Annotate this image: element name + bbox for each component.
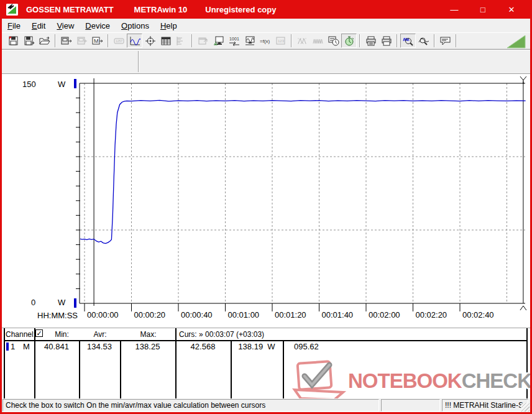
minimize-button[interactable]: — (440, 0, 469, 19)
printer-icon[interactable] (378, 34, 394, 48)
zoom-wave-icon[interactable] (400, 34, 416, 48)
menu-view[interactable]: View (51, 20, 80, 32)
window-export-icon[interactable] (195, 34, 211, 48)
save-icon[interactable] (6, 34, 21, 48)
chart-svg[interactable]: 00:00:0000:00:2000:00:4000:01:0000:01:20… (2, 74, 530, 328)
svg-text:00:01:20: 00:01:20 (275, 310, 306, 320)
statusbar-device: !!! METRAHit Starline-S (442, 399, 528, 412)
svg-text:00:02:20: 00:02:20 (416, 310, 447, 320)
table-divider (34, 328, 35, 399)
device-write-icon[interactable] (74, 34, 89, 48)
svg-text:00:02:00: 00:02:00 (369, 310, 400, 320)
y-axis-min-label: 0 (31, 298, 35, 307)
value-max: 138.25 (120, 342, 175, 351)
title-license-note: Unregistered copy (205, 5, 276, 14)
toolbar-separator (456, 34, 457, 47)
toolbar-separator (397, 34, 398, 47)
svg-text:01: 01 (234, 37, 239, 41)
formula-icon[interactable]: =f(x) (257, 34, 273, 48)
menu-edit[interactable]: Edit (26, 20, 51, 32)
x-axis-label: HH:MM:SS (37, 311, 78, 320)
toolbar: M 1257 1001 =f(x) 123 (2, 32, 530, 49)
timer-icon[interactable] (341, 34, 357, 48)
status-bar: Check the box to switch On the min/avr/m… (2, 398, 530, 412)
notebookcheck-laptop-icon (291, 357, 348, 405)
zoom-curve-icon[interactable] (416, 34, 431, 48)
save-as-icon[interactable] (21, 34, 37, 48)
menu-bar: File Edit View Device Options Help (2, 19, 530, 32)
col-header-max: Max: (121, 330, 175, 339)
menu-help[interactable]: Help (155, 20, 183, 32)
watermark-text-check: CHECK (462, 369, 531, 392)
metrawin-window: GOSSEN METRAWATT METRAwin 10 Unregistere… (0, 0, 532, 414)
clock-window-icon[interactable] (326, 34, 341, 48)
value-cursor2: 138.19 W (231, 342, 283, 351)
memory-read-icon[interactable]: M (89, 34, 105, 48)
statusbar-message: Check the box to switch On the min/avr/m… (2, 399, 379, 412)
toolbar-separator (434, 34, 435, 47)
svg-text:00:00:20: 00:00:20 (134, 310, 166, 320)
toolbar-separator (108, 34, 109, 47)
tooltip-icon[interactable] (438, 34, 453, 48)
svg-text:00:02:40: 00:02:40 (462, 310, 494, 320)
svg-text:M: M (94, 38, 99, 44)
minmax-checkbox[interactable]: ✓ (35, 329, 43, 337)
menu-options[interactable]: Options (116, 20, 155, 32)
histogram-view-icon[interactable] (173, 34, 189, 48)
window-border-left (0, 0, 2, 414)
toolbar-separator (291, 34, 292, 47)
info-panel: Trig: OFF Chan: 123456789 Status: Browsi… (2, 49, 530, 73)
table-divider (175, 328, 177, 399)
toolbar-separator (55, 34, 56, 47)
channel-type: M (23, 342, 30, 351)
print-report-icon[interactable] (363, 34, 378, 48)
toolbar-separator (359, 34, 360, 47)
watermark-text-notebook: NOTEBOOK (348, 369, 462, 392)
svg-text:=f(x): =f(x) (260, 39, 270, 44)
col-header-cursor: Curs: » 00:03:07 (+03:03) (179, 330, 264, 339)
numeric-window-icon[interactable]: 123 (273, 34, 288, 48)
close-button[interactable]: ✕ (497, 0, 526, 19)
table-divider (283, 340, 284, 399)
svg-text:00:00:00: 00:00:00 (87, 310, 119, 320)
svg-text:10: 10 (229, 37, 234, 41)
monitor-transfer-icon[interactable] (211, 34, 226, 48)
value-cursor-diff: 095.62 (294, 342, 319, 351)
menu-file[interactable]: File (2, 20, 26, 32)
title-product-name: METRAwin 10 (134, 5, 188, 14)
connection-status-triangle-icon (507, 35, 526, 48)
svg-text:00:00:40: 00:00:40 (181, 310, 213, 320)
resize-grip[interactable] (521, 403, 530, 412)
table-header-rule (4, 340, 527, 341)
table-view-icon[interactable] (158, 34, 173, 48)
svg-text:00:01:00: 00:01:00 (228, 310, 260, 320)
svg-text:1257: 1257 (116, 39, 122, 43)
col-header-min: Min: (45, 330, 79, 339)
y-axis-max-label: 150 (22, 80, 36, 89)
lcd-display-icon[interactable]: 1257 (111, 34, 127, 48)
open-folder-icon[interactable] (37, 34, 52, 48)
statusbar-empty-panel (381, 399, 440, 412)
y-axis-unit-top: W (58, 80, 65, 89)
title-bar: GOSSEN METRAWATT METRAwin 10 Unregistere… (0, 0, 532, 19)
svg-text:00:01:40: 00:01:40 (322, 310, 354, 320)
col-header-avr: Avr: (80, 330, 120, 339)
toolbar-separator (191, 34, 193, 47)
device-read-icon[interactable] (58, 34, 74, 48)
monitor-wave-icon[interactable] (242, 34, 257, 48)
y-axis-unit-bottom: W (58, 298, 65, 307)
channel-color-marker (6, 343, 9, 351)
crosshair-icon[interactable] (142, 34, 158, 48)
digital-transfer-icon[interactable]: 1001 (226, 34, 242, 48)
wave-minmax-icon[interactable] (295, 34, 310, 48)
value-min: 40.841 (34, 342, 79, 351)
col-header-channel: Channel: (6, 330, 35, 339)
menu-device[interactable]: Device (80, 20, 116, 32)
chart-view-icon[interactable] (127, 34, 142, 48)
title-app-name: GOSSEN METRAWATT (26, 5, 114, 14)
value-cursor1: 42.568 (175, 342, 231, 351)
maximize-button[interactable]: □ (469, 0, 497, 19)
wave-dense-icon[interactable] (310, 34, 326, 48)
chart-panel: 00:00:0000:00:2000:00:4000:01:0000:01:20… (2, 73, 530, 328)
app-logo-icon (6, 4, 18, 16)
